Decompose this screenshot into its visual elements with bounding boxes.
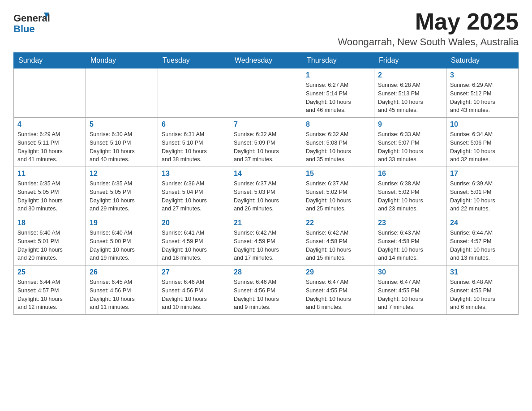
day-info: Sunrise: 6:47 AMSunset: 4:55 PMDaylight:… xyxy=(306,278,370,312)
day-info: Sunrise: 6:44 AMSunset: 4:57 PMDaylight:… xyxy=(450,229,515,262)
day-number: 29 xyxy=(306,268,370,276)
week-row-1: 1Sunrise: 6:27 AMSunset: 5:14 PMDaylight… xyxy=(14,68,519,118)
weekday-header-row: SundayMondayTuesdayWednesdayThursdayFrid… xyxy=(14,53,519,68)
calendar-cell: 7Sunrise: 6:32 AMSunset: 5:09 PMDaylight… xyxy=(230,118,302,167)
day-info: Sunrise: 6:35 AMSunset: 5:05 PMDaylight:… xyxy=(17,180,82,213)
day-info: Sunrise: 6:48 AMSunset: 4:55 PMDaylight:… xyxy=(450,278,515,312)
day-number: 5 xyxy=(90,120,154,128)
day-number: 28 xyxy=(234,268,298,276)
calendar-cell xyxy=(14,68,86,118)
day-number: 20 xyxy=(162,219,226,227)
day-number: 15 xyxy=(306,170,370,178)
location-title: Woongarrah, New South Wales, Australia xyxy=(338,36,519,48)
day-number: 22 xyxy=(306,219,370,227)
week-row-4: 18Sunrise: 6:40 AMSunset: 5:01 PMDayligh… xyxy=(14,216,519,265)
day-number: 11 xyxy=(17,170,82,178)
day-info: Sunrise: 6:46 AMSunset: 4:56 PMDaylight:… xyxy=(234,278,298,312)
calendar-cell: 22Sunrise: 6:42 AMSunset: 4:58 PMDayligh… xyxy=(302,216,374,265)
day-info: Sunrise: 6:32 AMSunset: 5:09 PMDaylight:… xyxy=(234,130,298,164)
calendar-cell: 20Sunrise: 6:41 AMSunset: 4:59 PMDayligh… xyxy=(158,216,230,265)
page-header: General Blue May 2025 Woongarrah, New So… xyxy=(13,9,519,48)
day-info: Sunrise: 6:34 AMSunset: 5:06 PMDaylight:… xyxy=(450,130,515,164)
calendar-cell: 13Sunrise: 6:36 AMSunset: 5:04 PMDayligh… xyxy=(158,167,230,216)
day-info: Sunrise: 6:38 AMSunset: 5:02 PMDaylight:… xyxy=(378,180,442,213)
calendar-cell xyxy=(230,68,302,118)
weekday-header-wednesday: Wednesday xyxy=(230,53,302,68)
day-info: Sunrise: 6:32 AMSunset: 5:08 PMDaylight:… xyxy=(306,130,370,164)
logo: General Blue xyxy=(13,9,54,36)
day-info: Sunrise: 6:47 AMSunset: 4:55 PMDaylight:… xyxy=(378,278,442,312)
week-row-3: 11Sunrise: 6:35 AMSunset: 5:05 PMDayligh… xyxy=(14,167,519,216)
calendar-cell: 5Sunrise: 6:30 AMSunset: 5:10 PMDaylight… xyxy=(86,118,158,167)
calendar-cell: 12Sunrise: 6:35 AMSunset: 5:05 PMDayligh… xyxy=(86,167,158,216)
day-number: 12 xyxy=(90,170,154,178)
weekday-header-thursday: Thursday xyxy=(302,53,374,68)
calendar-cell: 17Sunrise: 6:39 AMSunset: 5:01 PMDayligh… xyxy=(446,167,519,216)
calendar-cell: 29Sunrise: 6:47 AMSunset: 4:55 PMDayligh… xyxy=(302,265,374,315)
calendar-cell xyxy=(158,68,230,118)
day-info: Sunrise: 6:37 AMSunset: 5:02 PMDaylight:… xyxy=(306,180,370,213)
title-block: May 2025 Woongarrah, New South Wales, Au… xyxy=(338,9,519,48)
calendar-cell: 28Sunrise: 6:46 AMSunset: 4:56 PMDayligh… xyxy=(230,265,302,315)
calendar-cell: 6Sunrise: 6:31 AMSunset: 5:10 PMDaylight… xyxy=(158,118,230,167)
day-number: 6 xyxy=(162,120,226,128)
day-info: Sunrise: 6:43 AMSunset: 4:58 PMDaylight:… xyxy=(378,229,442,262)
weekday-header-saturday: Saturday xyxy=(446,53,519,68)
calendar-cell: 11Sunrise: 6:35 AMSunset: 5:05 PMDayligh… xyxy=(14,167,86,216)
day-info: Sunrise: 6:30 AMSunset: 5:10 PMDaylight:… xyxy=(90,130,154,164)
day-number: 3 xyxy=(450,71,515,79)
month-title: May 2025 xyxy=(338,9,519,34)
weekday-header-sunday: Sunday xyxy=(14,53,86,68)
day-number: 17 xyxy=(450,170,515,178)
day-number: 25 xyxy=(17,268,82,276)
day-number: 10 xyxy=(450,120,515,128)
weekday-header-monday: Monday xyxy=(86,53,158,68)
day-info: Sunrise: 6:46 AMSunset: 4:56 PMDaylight:… xyxy=(162,278,226,312)
day-number: 24 xyxy=(450,219,515,227)
calendar-cell: 9Sunrise: 6:33 AMSunset: 5:07 PMDaylight… xyxy=(374,118,446,167)
day-number: 30 xyxy=(378,268,442,276)
day-number: 4 xyxy=(17,120,82,128)
svg-text:Blue: Blue xyxy=(13,23,35,34)
day-number: 16 xyxy=(378,170,442,178)
day-number: 26 xyxy=(90,268,154,276)
day-info: Sunrise: 6:40 AMSunset: 5:01 PMDaylight:… xyxy=(17,229,82,262)
day-info: Sunrise: 6:40 AMSunset: 5:00 PMDaylight:… xyxy=(90,229,154,262)
day-number: 14 xyxy=(234,170,298,178)
day-info: Sunrise: 6:33 AMSunset: 5:07 PMDaylight:… xyxy=(378,130,442,164)
calendar-cell: 15Sunrise: 6:37 AMSunset: 5:02 PMDayligh… xyxy=(302,167,374,216)
calendar-cell: 4Sunrise: 6:29 AMSunset: 5:11 PMDaylight… xyxy=(14,118,86,167)
day-info: Sunrise: 6:28 AMSunset: 5:13 PMDaylight:… xyxy=(378,81,442,115)
calendar-cell: 30Sunrise: 6:47 AMSunset: 4:55 PMDayligh… xyxy=(374,265,446,315)
calendar-cell: 25Sunrise: 6:44 AMSunset: 4:57 PMDayligh… xyxy=(14,265,86,315)
calendar-cell: 23Sunrise: 6:43 AMSunset: 4:58 PMDayligh… xyxy=(374,216,446,265)
calendar-cell: 21Sunrise: 6:42 AMSunset: 4:59 PMDayligh… xyxy=(230,216,302,265)
day-info: Sunrise: 6:41 AMSunset: 4:59 PMDaylight:… xyxy=(162,229,226,262)
calendar-cell: 27Sunrise: 6:46 AMSunset: 4:56 PMDayligh… xyxy=(158,265,230,315)
weekday-header-friday: Friday xyxy=(374,53,446,68)
calendar-cell: 31Sunrise: 6:48 AMSunset: 4:55 PMDayligh… xyxy=(446,265,519,315)
day-info: Sunrise: 6:44 AMSunset: 4:57 PMDaylight:… xyxy=(17,278,82,312)
day-number: 9 xyxy=(378,120,442,128)
day-info: Sunrise: 6:42 AMSunset: 4:58 PMDaylight:… xyxy=(306,229,370,262)
day-number: 1 xyxy=(306,71,370,79)
day-number: 31 xyxy=(450,268,515,276)
day-number: 23 xyxy=(378,219,442,227)
calendar-cell: 24Sunrise: 6:44 AMSunset: 4:57 PMDayligh… xyxy=(446,216,519,265)
day-number: 18 xyxy=(17,219,82,227)
svg-text:General: General xyxy=(13,13,50,24)
calendar-table: SundayMondayTuesdayWednesdayThursdayFrid… xyxy=(13,52,519,315)
logo-svg: General Blue xyxy=(13,9,54,36)
week-row-2: 4Sunrise: 6:29 AMSunset: 5:11 PMDaylight… xyxy=(14,118,519,167)
day-number: 19 xyxy=(90,219,154,227)
weekday-header-tuesday: Tuesday xyxy=(158,53,230,68)
calendar-cell: 16Sunrise: 6:38 AMSunset: 5:02 PMDayligh… xyxy=(374,167,446,216)
calendar-cell: 2Sunrise: 6:28 AMSunset: 5:13 PMDaylight… xyxy=(374,68,446,118)
day-number: 13 xyxy=(162,170,226,178)
day-info: Sunrise: 6:29 AMSunset: 5:12 PMDaylight:… xyxy=(450,81,515,115)
day-info: Sunrise: 6:42 AMSunset: 4:59 PMDaylight:… xyxy=(234,229,298,262)
day-info: Sunrise: 6:27 AMSunset: 5:14 PMDaylight:… xyxy=(306,81,370,115)
day-info: Sunrise: 6:31 AMSunset: 5:10 PMDaylight:… xyxy=(162,130,226,164)
day-number: 21 xyxy=(234,219,298,227)
day-info: Sunrise: 6:35 AMSunset: 5:05 PMDaylight:… xyxy=(90,180,154,213)
